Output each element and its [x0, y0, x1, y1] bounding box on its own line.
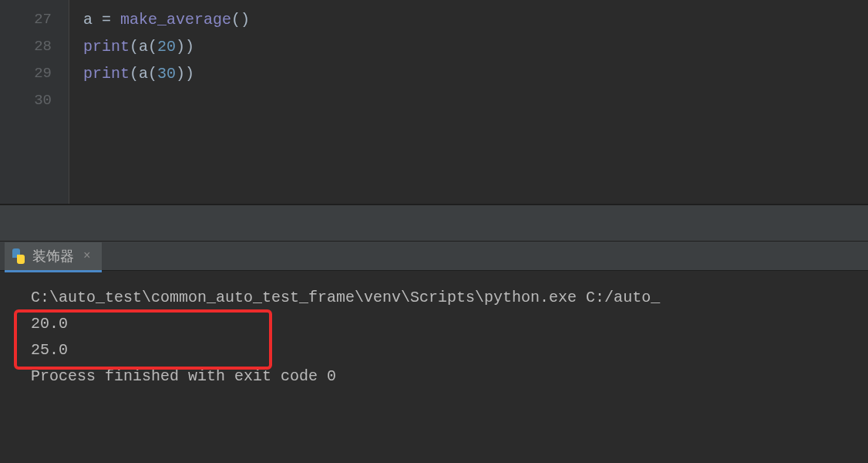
- console-output-line: 20.0: [31, 311, 868, 337]
- line-number-gutter: 27 28 29 30: [0, 0, 69, 204]
- console-output-line: 25.0: [31, 337, 868, 363]
- python-icon: [11, 248, 26, 264]
- line-number: 30: [0, 87, 52, 114]
- code-line[interactable]: a = make_average(): [83, 6, 868, 33]
- console-exit-message: Process finished with exit code 0: [31, 363, 868, 390]
- console-command-line: C:\auto_test\common_auto_test_frame\venv…: [31, 285, 868, 311]
- code-editor[interactable]: 27 28 29 30 a = make_average() print(a(2…: [0, 0, 868, 204]
- console-tab-label: 装饰器: [32, 247, 74, 265]
- run-console-panel: 装饰器 × C:\auto_test\common_auto_test_fram…: [0, 242, 868, 463]
- line-number: 28: [0, 33, 52, 60]
- close-icon[interactable]: ×: [83, 249, 91, 263]
- code-line[interactable]: print(a(20)): [83, 33, 868, 60]
- code-line[interactable]: print(a(30)): [83, 60, 868, 87]
- line-number: 27: [0, 6, 52, 33]
- panel-separator: [0, 204, 868, 242]
- code-content[interactable]: a = make_average() print(a(20)) print(a(…: [69, 0, 868, 204]
- console-tab-bar: 装饰器 ×: [0, 242, 868, 271]
- console-output[interactable]: C:\auto_test\common_auto_test_frame\venv…: [0, 271, 868, 390]
- line-number: 29: [0, 60, 52, 87]
- console-tab[interactable]: 装饰器 ×: [5, 242, 102, 270]
